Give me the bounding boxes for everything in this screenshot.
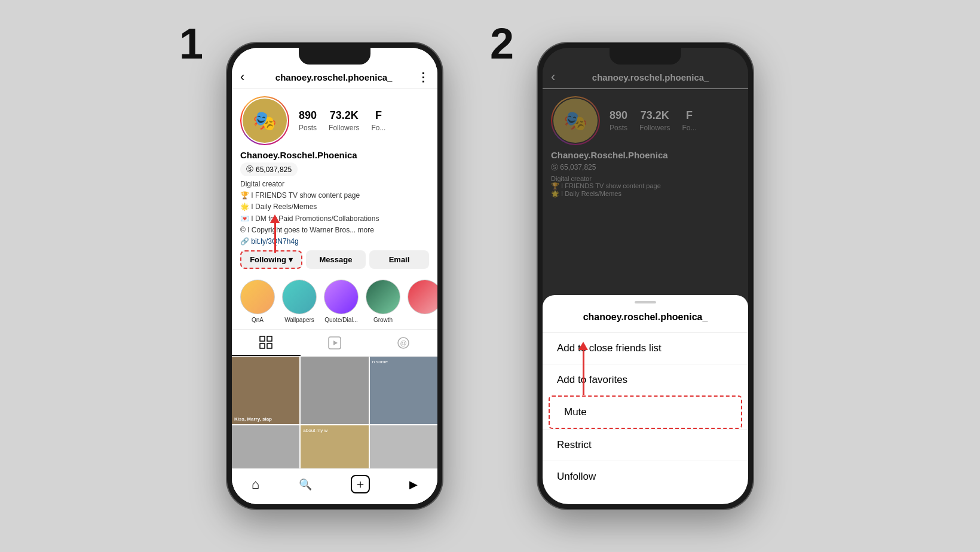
verified-id: 65,037,825 xyxy=(256,165,292,174)
phone1: ‹ chanoey.roschel.phoenica_ ⋮ 🎭 xyxy=(227,43,442,509)
avatar-inner2: 🎭 xyxy=(552,97,599,144)
sheet-item-unfollow[interactable]: Unfollow xyxy=(543,461,748,492)
sheet-item-close-friends[interactable]: Add to close friends list xyxy=(543,332,748,364)
profile-section2: 🎭 890 Posts 73.2K xyxy=(543,89,748,203)
profile-top: 🎭 890 Posts 73.2K Followers xyxy=(240,96,429,145)
following-count: F xyxy=(371,109,385,122)
profile-section: 🎭 890 Posts 73.2K Followers xyxy=(232,89,437,274)
arrow1-annotation xyxy=(270,214,280,253)
message-button[interactable]: Message xyxy=(306,250,366,269)
highlight-circle-5 xyxy=(408,280,437,314)
following-label: Fo... xyxy=(371,124,385,132)
stat-followers2: 73.2K Followers xyxy=(639,109,670,133)
email-button[interactable]: Email xyxy=(369,250,429,269)
action-buttons: Following ▾ Message Email xyxy=(240,250,429,269)
phone2-group: 2 ‹ chanoey.roschel.phoenica_ xyxy=(538,43,753,509)
highlight-circle-wallpapers xyxy=(282,280,317,314)
avatar[interactable]: 🎭 xyxy=(243,99,287,143)
tab-grid[interactable] xyxy=(232,330,301,356)
highlight-label-growth: Growth xyxy=(373,317,393,323)
profile-top2: 🎭 890 Posts 73.2K xyxy=(551,96,740,145)
avatar-ring: 🎭 xyxy=(240,96,289,145)
highlight-label-wallpapers: Wallpapers xyxy=(284,317,314,323)
nav-home-icon[interactable]: ⌂ xyxy=(252,477,259,492)
svg-rect-3 xyxy=(267,344,272,348)
post-cell-3[interactable]: n some xyxy=(370,357,437,424)
tab-tagged[interactable]: @ xyxy=(369,330,437,356)
svg-rect-2 xyxy=(260,344,265,348)
phone1-screen: ‹ chanoey.roschel.phoenica_ ⋮ 🎭 xyxy=(232,48,437,504)
verified-badge2: Ⓢ 65,037,825 xyxy=(551,162,740,173)
post-cell-2[interactable] xyxy=(301,357,368,424)
followers-label: Followers xyxy=(329,124,359,132)
highlight-circle-qna xyxy=(240,280,275,314)
header-username2: chanoey.roschel.phoenica_ xyxy=(561,72,740,82)
nav-search-icon[interactable]: 🔍 xyxy=(299,478,312,491)
highlight-5[interactable] xyxy=(408,280,437,323)
svg-rect-0 xyxy=(260,336,265,341)
highlight-qna[interactable]: QnA xyxy=(240,280,275,323)
main-container: 1 ‹ chanoey.roschel.phoenica_ ⋮ xyxy=(0,0,980,552)
bio-line4: © I Copyright goes to Warner Bros... mor… xyxy=(240,225,429,236)
avatar-ring2: 🎭 xyxy=(551,96,600,145)
bio-link[interactable]: 🔗 bit.ly/3QN7h4g xyxy=(240,237,429,246)
arrow2-annotation xyxy=(578,342,588,395)
followers-count: 73.2K xyxy=(329,109,359,122)
more-icon[interactable]: ⋮ xyxy=(417,70,429,84)
sheet-item-restrict[interactable]: Restrict xyxy=(543,429,748,461)
avatar-inner: 🎭 xyxy=(241,97,288,144)
post-tabs: @ xyxy=(232,329,437,357)
grid-icon xyxy=(259,336,272,349)
stat-followers: 73.2K Followers xyxy=(329,109,359,133)
bio-line1: 🏆 I FRIENDS TV show content page xyxy=(240,190,429,201)
following-button[interactable]: Following ▾ xyxy=(240,250,302,269)
reels-icon xyxy=(328,336,341,349)
tag-icon: @ xyxy=(397,336,410,349)
stat-posts2: 890 Posts xyxy=(610,109,627,133)
phone1-group: 1 ‹ chanoey.roschel.phoenica_ ⋮ xyxy=(227,43,442,509)
bottom-nav: ⌂ 🔍 ＋ ▶ xyxy=(232,468,437,504)
highlight-label-qna: QnA xyxy=(252,317,264,323)
svg-text:@: @ xyxy=(400,339,406,346)
sheet-handle xyxy=(635,301,656,303)
highlights-row: QnA Wallpapers Quote/Dial... Growth xyxy=(232,274,437,329)
bio-section: Digital creator 🏆 I FRIENDS TV show cont… xyxy=(240,179,429,236)
step2-label: 2 xyxy=(490,19,514,68)
stat-posts: 890 Posts xyxy=(299,109,317,133)
arrow1-head xyxy=(270,214,280,223)
back-icon[interactable]: ‹ xyxy=(240,69,244,85)
bio2: Digital creator 🏆 I FRIENDS TV show cont… xyxy=(551,175,740,198)
nav-reels-icon[interactable]: ▶ xyxy=(409,478,418,491)
bio-line3: 💌 I DM for Paid Promotions/Collaboration… xyxy=(240,213,429,225)
posts-count: 890 xyxy=(299,109,317,122)
profile-name: Chanoey.Roschel.Phoenica xyxy=(240,150,429,160)
highlight-wallpapers[interactable]: Wallpapers xyxy=(282,280,317,323)
avatar2: 🎭 xyxy=(553,99,598,143)
sheet-item-favorites[interactable]: Add to favorites xyxy=(543,364,748,395)
stat-following2: F Fo... xyxy=(682,109,696,133)
highlight-quote[interactable]: Quote/Dial... xyxy=(324,280,359,323)
svg-marker-5 xyxy=(333,341,338,345)
nav-create-icon[interactable]: ＋ xyxy=(351,475,370,493)
phone2: ‹ chanoey.roschel.phoenica_ 🎭 xyxy=(538,43,753,509)
verified-icon: Ⓢ xyxy=(246,164,253,174)
highlight-label-quote: Quote/Dial... xyxy=(324,317,358,323)
step1-label: 1 xyxy=(179,19,203,68)
verified-badge: Ⓢ 65,037,825 xyxy=(240,162,298,176)
dimmed-profile: ‹ chanoey.roschel.phoenica_ 🎭 xyxy=(543,48,748,203)
phone2-inner: ‹ chanoey.roschel.phoenica_ 🎭 xyxy=(543,48,748,504)
phone1-inner: ‹ chanoey.roschel.phoenica_ ⋮ 🎭 xyxy=(232,48,437,504)
highlight-circle-growth xyxy=(366,280,400,314)
sheet-username: chanoey.roschel.phoenica_ xyxy=(543,312,748,323)
svg-rect-1 xyxy=(267,336,272,341)
arrow2-line xyxy=(583,350,584,395)
sheet-item-mute[interactable]: Mute xyxy=(549,395,742,429)
phone2-screen: ‹ chanoey.roschel.phoenica_ 🎭 xyxy=(543,48,748,504)
profile-name2: Chanoey.Roschel.Phoenica xyxy=(551,150,740,160)
tab-reels[interactable] xyxy=(301,330,369,356)
stats: 890 Posts 73.2K Followers F Fo... xyxy=(299,109,385,133)
post-cell-1[interactable]: Kiss, Marry, slap xyxy=(232,357,299,424)
highlight-growth[interactable]: Growth xyxy=(366,280,400,323)
highlight-circle-quote xyxy=(324,280,359,314)
notch1 xyxy=(299,48,370,65)
